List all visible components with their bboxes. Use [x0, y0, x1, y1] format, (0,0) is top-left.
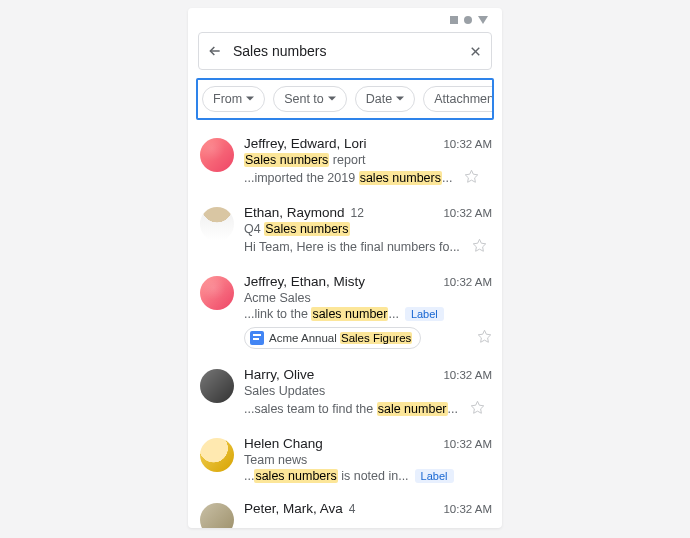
window-control-dropdown-icon [478, 16, 488, 24]
search-bar[interactable] [198, 32, 492, 70]
window-control-record-icon [464, 16, 472, 24]
snippet: ...imported the 2019 sales numbers... [244, 171, 452, 185]
back-icon[interactable] [207, 43, 223, 59]
sender-names: Jeffrey, Ethan, Misty [244, 274, 365, 289]
snippet: ...link to the sales number... [244, 307, 399, 321]
chevron-down-icon [396, 95, 404, 103]
email-row[interactable]: Jeffrey, Ethan, Misty 10:32 AM Acme Sale… [188, 264, 502, 357]
subject: Team news [244, 453, 492, 467]
star-icon[interactable] [464, 169, 479, 187]
chip-label: From [213, 92, 242, 106]
avatar [200, 138, 234, 172]
star-icon[interactable] [470, 400, 485, 418]
sender-names: Helen Chang [244, 436, 323, 451]
chevron-down-icon [328, 95, 336, 103]
clear-search-icon[interactable] [468, 44, 483, 59]
chevron-down-icon [246, 95, 254, 103]
sender-names: Harry, Olive [244, 367, 314, 382]
timestamp: 10:32 AM [443, 369, 492, 381]
search-input[interactable] [231, 42, 460, 60]
thread-count: 4 [349, 502, 356, 516]
email-row[interactable]: Jeffrey, Edward, Lori 10:32 AM Sales num… [188, 126, 502, 195]
timestamp: 10:32 AM [443, 207, 492, 219]
filter-chip-row: From Sent to Date Attachment [196, 78, 494, 120]
filter-chip-sent-to[interactable]: Sent to [273, 86, 347, 112]
filter-chip-from[interactable]: From [202, 86, 265, 112]
timestamp: 10:32 AM [443, 438, 492, 450]
email-row[interactable]: Helen Chang 10:32 AM Team news ...sales … [188, 426, 502, 491]
subject: Sales numbers report [244, 153, 492, 167]
subject: Acme Sales [244, 291, 492, 305]
label-chip[interactable]: Label [415, 469, 454, 483]
window-control-stop-icon [450, 16, 458, 24]
avatar [200, 276, 234, 310]
filter-chip-date[interactable]: Date [355, 86, 415, 112]
chip-label: Date [366, 92, 392, 106]
star-icon[interactable] [477, 329, 492, 348]
app-shell: From Sent to Date Attachment Jeffrey, Ed [188, 8, 502, 528]
filter-chip-attachment[interactable]: Attachment [423, 86, 494, 112]
results-list: Jeffrey, Edward, Lori 10:32 AM Sales num… [188, 126, 502, 528]
attachment-chip[interactable]: Acme Annual Sales Figures [244, 327, 421, 349]
avatar [200, 207, 234, 241]
avatar [200, 369, 234, 403]
subject: Sales Updates [244, 384, 492, 398]
snippet: Hi Team, Here is the final numbers fo... [244, 240, 460, 254]
window-controls [450, 16, 488, 24]
email-row[interactable]: Peter, Mark, Ava 4 10:32 AM [188, 491, 502, 528]
subject: Q4 Sales numbers [244, 222, 492, 236]
label-chip[interactable]: Label [405, 307, 444, 321]
attachment-name: Acme Annual Sales Figures [269, 332, 412, 344]
star-icon[interactable] [472, 238, 487, 256]
avatar [200, 503, 234, 528]
sender-names: Jeffrey, Edward, Lori [244, 136, 367, 151]
doc-icon [250, 331, 264, 345]
sender-names: Ethan, Raymond [244, 205, 345, 220]
email-row[interactable]: Ethan, Raymond 12 10:32 AM Q4 Sales numb… [188, 195, 502, 264]
thread-count: 12 [351, 206, 364, 220]
snippet: ...sales numbers is noted in... [244, 469, 409, 483]
avatar [200, 438, 234, 472]
snippet: ...sales team to find the sale number... [244, 402, 458, 416]
timestamp: 10:32 AM [443, 276, 492, 288]
chip-label: Sent to [284, 92, 324, 106]
chip-label: Attachment [434, 92, 494, 106]
sender-names: Peter, Mark, Ava [244, 501, 343, 516]
email-row[interactable]: Harry, Olive 10:32 AM Sales Updates ...s… [188, 357, 502, 426]
timestamp: 10:32 AM [443, 138, 492, 150]
timestamp: 10:32 AM [443, 503, 492, 515]
